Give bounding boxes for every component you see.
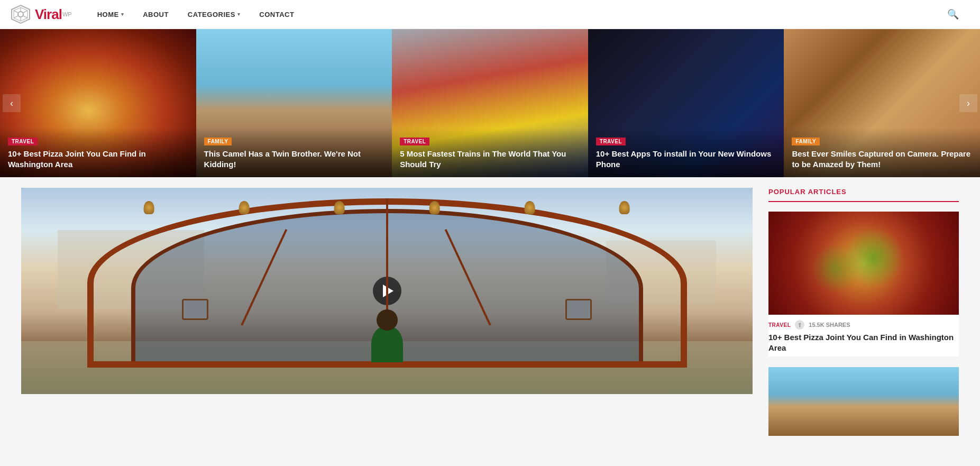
logo-icon	[11, 4, 31, 24]
main-content-area: POPULAR ARTICLES TRAVEL ⇧ 15.5K SHARES 1…	[0, 177, 980, 457]
video-thumbnail[interactable]	[21, 188, 753, 394]
slide-overlay: TRAVEL 10+ Best Apps To install in Your …	[588, 128, 784, 177]
popular-article-item	[768, 367, 959, 436]
nav-contact[interactable]: CONTACT	[250, 0, 304, 29]
slide-overlay: TRAVEL 5 Most Fastest Trains in The Worl…	[392, 128, 588, 177]
site-header: ViralWP HOME ▾ ABOUT CATEGORIES ▾ CONTAC…	[0, 0, 980, 29]
nav-categories[interactable]: CATEGORIES ▾	[178, 0, 250, 29]
slide-overlay: TRAVEL 10+ Best Pizza Joint You Can Find…	[0, 128, 196, 177]
slide-category-badge: FAMILY	[792, 138, 820, 145]
svg-line-9	[14, 16, 18, 18]
slide-title: This Camel Has a Twin Brother. We're Not…	[204, 149, 384, 169]
slide-title: 10+ Best Apps To install in Your New Win…	[596, 149, 776, 169]
sidebar: POPULAR ARTICLES TRAVEL ⇧ 15.5K SHARES 1…	[768, 188, 959, 446]
slide-overlay: FAMILY Best Ever Smiles Captured on Came…	[784, 128, 980, 177]
logo-wp-label: WP	[62, 11, 72, 17]
popular-section: POPULAR ARTICLES TRAVEL ⇧ 15.5K SHARES 1…	[768, 188, 959, 436]
slide-category-badge: TRAVEL	[8, 138, 38, 145]
chevron-left-icon: ‹	[10, 98, 13, 109]
slide-item[interactable]: TRAVEL 10+ Best Apps To install in Your …	[588, 29, 784, 177]
popular-thumb[interactable]	[768, 212, 959, 315]
slide-title: Best Ever Smiles Captured on Camera. Pre…	[792, 149, 972, 169]
slider-prev-button[interactable]: ‹	[3, 94, 21, 112]
logo-brand-name: Viral	[35, 6, 62, 23]
slide-overlay: FAMILY This Camel Has a Twin Brother. We…	[196, 128, 392, 177]
search-button[interactable]: 🔍	[937, 8, 969, 20]
search-icon: 🔍	[947, 9, 959, 20]
slider-next-button[interactable]: ›	[959, 94, 977, 112]
slide-category-badge: TRAVEL	[596, 138, 626, 145]
popular-thumb[interactable]	[768, 367, 959, 436]
content-left	[21, 188, 753, 446]
slide-title: 10+ Best Pizza Joint You Can Find in Was…	[8, 149, 188, 169]
video-article	[21, 188, 753, 394]
chevron-down-icon: ▾	[237, 12, 241, 17]
svg-point-3	[18, 12, 23, 17]
slide-item[interactable]: TRAVEL 10+ Best Pizza Joint You Can Find…	[0, 29, 196, 177]
chevron-down-icon: ▾	[121, 12, 124, 17]
slide-item[interactable]: TRAVEL 5 Most Fastest Trains in The Worl…	[392, 29, 588, 177]
share-icon: ⇧	[795, 320, 804, 330]
popular-category-label: TRAVEL	[768, 322, 791, 328]
slide-category-badge: FAMILY	[204, 138, 232, 145]
svg-line-8	[23, 11, 28, 13]
chevron-right-icon: ›	[967, 98, 970, 109]
svg-line-6	[14, 11, 18, 13]
shares-count: 15.5K SHARES	[809, 322, 850, 328]
popular-section-title: POPULAR ARTICLES	[768, 188, 959, 202]
nav-home[interactable]: HOME ▾	[88, 0, 134, 29]
popular-article-item: TRAVEL ⇧ 15.5K SHARES 10+ Best Pizza Joi…	[768, 212, 959, 357]
slide-category-badge: TRAVEL	[400, 138, 429, 145]
main-nav: HOME ▾ ABOUT CATEGORIES ▾ CONTACT	[88, 0, 937, 29]
slide-title: 5 Most Fastest Trains in The World That …	[400, 149, 580, 169]
site-logo[interactable]: ViralWP	[11, 4, 72, 24]
slide-item[interactable]: FAMILY This Camel Has a Twin Brother. We…	[196, 29, 392, 177]
popular-meta: TRAVEL ⇧ 15.5K SHARES	[768, 315, 959, 332]
nav-about[interactable]: ABOUT	[133, 0, 178, 29]
slide-item[interactable]: FAMILY Best Ever Smiles Captured on Came…	[784, 29, 980, 177]
popular-article-title[interactable]: 10+ Best Pizza Joint You Can Find in Was…	[768, 332, 959, 357]
hero-slider: ‹ TRAVEL 10+ Best Pizza Joint You Can Fi…	[0, 29, 980, 177]
svg-line-7	[23, 16, 28, 18]
